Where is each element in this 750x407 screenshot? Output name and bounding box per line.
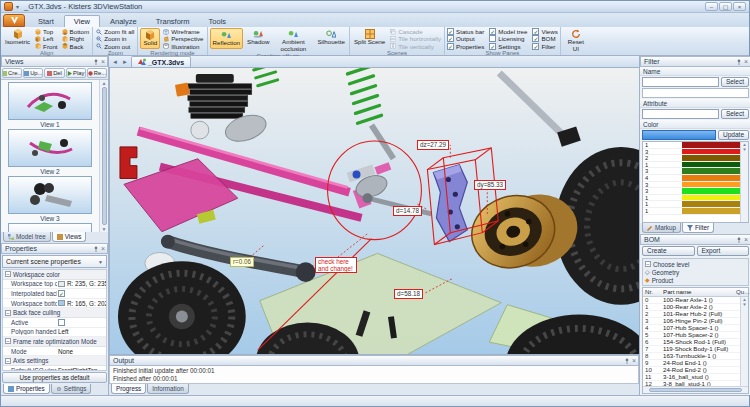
view-record-button[interactable]: Re... (87, 68, 107, 78)
collapse-icon[interactable]: − (645, 261, 651, 267)
color-filter-row[interactable]: 1 (643, 208, 740, 215)
wireframe-button[interactable]: Wireframe (162, 28, 204, 35)
bom-row[interactable]: 4107-Hub Spacer-1 () (643, 325, 740, 332)
view-item-1[interactable]: View 1 (1, 82, 99, 129)
tile-vertically-button[interactable]: Tile vertically (389, 43, 442, 50)
dimension-label-r[interactable]: r=0.06 (230, 257, 254, 267)
cascade-button[interactable]: Cascade (389, 28, 442, 35)
pane-toggle-bom[interactable]: ✓BOM (532, 35, 557, 42)
bottom-view-button[interactable]: Bottom (61, 28, 91, 35)
bom-row[interactable]: 5107-Hub Spacer-2 () (643, 332, 740, 339)
tab-scroll-left-icon[interactable]: ◄ (111, 59, 119, 65)
bom-col-nr[interactable]: Nr. (643, 288, 659, 296)
filter-name-input[interactable] (642, 77, 719, 87)
bom-row[interactable]: 1024-Rod End-2 () (643, 367, 740, 374)
filter-attribute-input[interactable] (642, 109, 719, 119)
bom-row[interactable]: 0100-Rear Axle-1 () (643, 297, 740, 304)
filter-attribute-select-button[interactable]: Select (721, 109, 749, 119)
checkbox-icon[interactable] (58, 319, 65, 326)
color-filter-row[interactable]: 3 (643, 168, 740, 175)
tab-properties[interactable]: Properties (3, 384, 50, 394)
view-item-3[interactable]: View 3 (1, 176, 99, 223)
bom-row[interactable]: 8163-Turnbuckle-1 () (643, 353, 740, 360)
color-filter-row[interactable]: 3 (643, 182, 740, 189)
ambient-occlusion-button[interactable]: Ambient occlusion (273, 28, 313, 53)
pin-icon[interactable] (93, 246, 99, 252)
filter-color-selected-row[interactable] (642, 130, 716, 140)
dimension-label-dy[interactable]: dy=85.33 (474, 180, 506, 190)
views-scrollbar[interactable]: ▲▼ (99, 80, 108, 232)
view-play-button[interactable]: Play (66, 68, 86, 78)
bom-row[interactable]: 7119-Shock Body-1 (Full) (643, 346, 740, 353)
bom-row[interactable]: 1100-Rear Axle-2 () (643, 304, 740, 311)
bom-vertical-scrollbar[interactable]: ▲▼ (740, 297, 748, 386)
pane-toggle-output[interactable]: ✓Output (447, 35, 484, 42)
isometric-button[interactable]: Isometric (3, 28, 32, 47)
tab-progress[interactable]: Progress (111, 384, 146, 394)
pin-icon[interactable] (93, 59, 99, 65)
tab-settings[interactable]: Settings (51, 384, 92, 394)
view-delete-button[interactable]: Del (44, 68, 64, 78)
tab-model-tree[interactable]: Model tree (3, 232, 51, 242)
filter-name-select-button[interactable]: Select (721, 77, 749, 87)
zoom-fit-all-button[interactable]: Zoom fit all (95, 28, 135, 35)
section-axis-settings[interactable]: −Axis settings (3, 356, 106, 366)
document-tab[interactable]: _GTX.3dvs (131, 56, 191, 67)
color-swatch[interactable] (58, 300, 65, 306)
checkbox-icon[interactable]: ✓ (58, 290, 65, 297)
maximize-button[interactable]: ▢ (719, 2, 732, 11)
color-filter-row[interactable]: 1 (643, 142, 740, 149)
bom-export-button[interactable]: Export (697, 246, 750, 256)
color-filter-row[interactable]: 1 (643, 195, 740, 202)
close-button[interactable]: × (733, 2, 746, 11)
perspective-button[interactable]: Perspective (162, 35, 204, 42)
pane-toggle-filter[interactable]: ✓Filter (532, 43, 557, 50)
zoom-out-button[interactable]: Zoom out (95, 43, 135, 50)
bom-row[interactable]: 924-Rod End-1 () (643, 360, 740, 367)
view-item-4[interactable] (1, 223, 99, 232)
tile-horizontally-button[interactable]: Tile horizontally (389, 35, 442, 42)
view-update-button[interactable]: Up... (23, 68, 43, 78)
color-filter-row[interactable]: 3 (643, 149, 740, 156)
level-option-geometry[interactable]: ◇Geometry (645, 268, 746, 276)
reflection-button[interactable]: Reflection (210, 28, 244, 49)
property-row[interactable]: Active (3, 318, 106, 328)
application-menu-button[interactable] (3, 14, 25, 27)
property-row[interactable]: Workspace botto...R: 165, G: 202, B: 23.… (3, 299, 106, 309)
minimize-button[interactable]: – (705, 2, 718, 11)
pane-toggle-model-tree[interactable]: ✓Model tree (489, 28, 527, 35)
tab-views[interactable]: Views (52, 232, 87, 242)
property-row[interactable]: ModeNone (3, 347, 106, 357)
shadow-button[interactable]: Shadow (245, 28, 271, 47)
tab-start[interactable]: Start (29, 16, 63, 27)
filter-color-update-button[interactable]: Update (718, 130, 749, 140)
level-option-product[interactable]: ◆Product (645, 276, 746, 284)
tab-information[interactable]: Information (147, 384, 189, 394)
dimension-label-dz[interactable]: dz=27.29 (417, 140, 449, 150)
illustration-button[interactable]: Illustration (162, 43, 204, 50)
filter-name-list[interactable] (642, 88, 749, 98)
right-view-button[interactable]: Right (61, 35, 91, 42)
pane-toggle-settings[interactable]: ✓Settings (489, 43, 527, 50)
collapse-icon[interactable]: − (5, 310, 11, 316)
tab-filter[interactable]: Filter (682, 223, 714, 233)
left-view-button[interactable]: Left (34, 35, 58, 42)
tab-transform[interactable]: Transform (147, 16, 199, 27)
close-panel-icon[interactable]: × (101, 246, 105, 252)
tab-view[interactable]: View (64, 15, 100, 27)
dimension-label-d1[interactable]: d=14.78 (393, 206, 422, 216)
front-view-button[interactable]: Front (34, 43, 58, 50)
section-frame-rate[interactable]: −Frame rate optimization Mode (3, 337, 106, 347)
tab-analyze[interactable]: Analyze (101, 16, 146, 27)
color-filter-row[interactable]: 2 (643, 155, 740, 162)
close-panel-icon[interactable]: × (744, 59, 748, 65)
bom-col-quantity[interactable]: Qu... (736, 288, 748, 296)
color-filter-row[interactable]: 3 (643, 188, 740, 195)
color-filter-row[interactable]: 1 (643, 162, 740, 169)
tab-markup[interactable]: Markup (642, 223, 681, 233)
bom-horizontal-scrollbar[interactable] (643, 386, 748, 393)
bom-create-button[interactable]: Create (642, 246, 695, 256)
close-panel-icon[interactable]: × (632, 358, 636, 364)
collapse-icon[interactable]: − (5, 358, 11, 364)
back-view-button[interactable]: Back (61, 43, 91, 50)
